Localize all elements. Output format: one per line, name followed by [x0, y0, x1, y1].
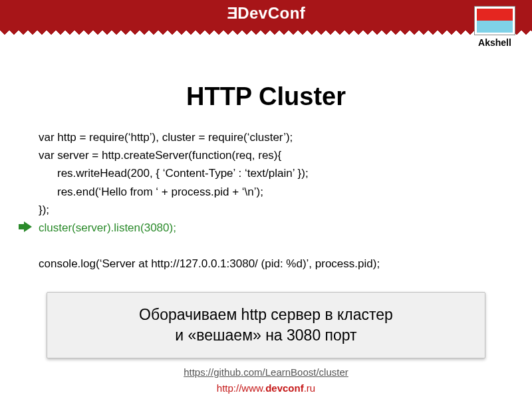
source-link: https://github.com/LearnBoost/cluster [39, 366, 493, 378]
footer-bold: devconf [265, 382, 304, 394]
code-line-2: var server = http.createServer(function(… [39, 149, 281, 162]
code-line-4: res.end(‘Hello from ‘ + process.pid + ‘\… [39, 183, 493, 201]
logo-box: Akshell [472, 7, 517, 48]
brand-flip-char: E [227, 4, 238, 23]
logo-label: Akshell [478, 37, 511, 48]
code-block: var http = require(‘http’), cluster = re… [39, 128, 493, 273]
slide-title: HTTP Cluster [39, 82, 493, 111]
code-line-1: var http = require(‘http’), cluster = re… [39, 131, 293, 144]
code-line-6: cluster(server).listen(3080); [39, 221, 176, 234]
header-zigzag [0, 27, 532, 36]
footer-link: http://www.devconf.ru [0, 382, 532, 394]
footer-prefix: http://www. [217, 382, 265, 394]
brand-left: Dev [237, 4, 268, 23]
code-line-7: console.log(‘Server at http://127.0.0.1:… [39, 257, 380, 270]
callout-box: Оборачиваем http сервер в кластер и «веш… [47, 292, 485, 358]
brand-c-icon: C [268, 4, 280, 23]
callout-line-1: Оборачиваем http сервер в кластер [61, 305, 471, 325]
highlight-arrow-icon [24, 221, 32, 232]
slide-content: HTTP Cluster var http = require(‘http’),… [0, 36, 532, 378]
header-bar: EDevConf [0, 0, 532, 27]
code-line-5: }); [39, 203, 49, 216]
code-line-3: res.writeHead(200, { ‘Content-Type’ : ‘t… [39, 164, 493, 182]
callout-line-2: и «вешаем» на 3080 порт [61, 325, 471, 346]
footer-suffix: .ru [304, 382, 316, 394]
brand-right: onf [280, 4, 306, 23]
logo-flag-icon [475, 7, 515, 35]
source-link-anchor[interactable]: https://github.com/LearnBoost/cluster [184, 366, 348, 378]
